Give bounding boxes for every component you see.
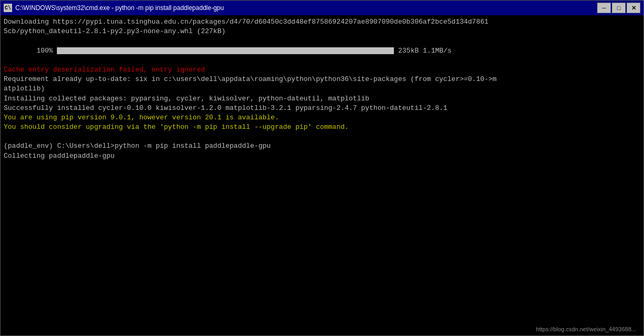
progress-bar-visual	[57, 47, 394, 54]
line-9: You are using pip version 9.0.1, however…	[4, 113, 640, 123]
line-2: 5cb/python_dateutil-2.8.1-py2.py3-none-a…	[4, 27, 640, 36]
title-bar: C\ C:\WINDOWS\system32\cmd.exe - python …	[1, 1, 643, 15]
close-button[interactable]: ✕	[627, 3, 640, 13]
progress-speed: 235kB 1.1MB/s	[394, 47, 451, 55]
line-7: Installing collected packages: pyparsing…	[4, 94, 640, 104]
line-8: Successfully installed cycler-0.10.0 kiw…	[4, 104, 640, 113]
progress-label: 100%	[28, 47, 57, 55]
maximize-button[interactable]: □	[612, 3, 626, 13]
terminal-output[interactable]: Downloading https://pypi.tuna.tsinghua.e…	[1, 15, 643, 335]
window-icon: C\	[4, 4, 12, 12]
title-bar-left: C\ C:\WINDOWS\system32\cmd.exe - python …	[4, 4, 224, 12]
window-controls: ─ □ ✕	[597, 3, 640, 13]
line-6: atplotlib)	[4, 84, 640, 94]
line-4: Cache entry deserialization failed, entr…	[4, 65, 640, 75]
line-1: Downloading https://pypi.tuna.tsinghua.e…	[4, 17, 640, 27]
window-title: C:\WINDOWS\system32\cmd.exe - python -m …	[15, 4, 224, 12]
line-5: Requirement already up-to-date: six in c…	[4, 75, 640, 84]
line-13: Collecting paddlepaddle-gpu	[4, 151, 640, 161]
line-3-progress: 100% 235kB 1.1MB/s	[4, 36, 640, 65]
cmd-window: C\ C:\WINDOWS\system32\cmd.exe - python …	[0, 0, 644, 336]
line-10: You should consider upgrading via the 'p…	[4, 123, 640, 132]
minimize-button[interactable]: ─	[597, 3, 611, 13]
watermark: https://blog.csdn.net/weixin_4493688...	[536, 326, 636, 332]
line-11-blank	[4, 132, 640, 141]
line-12-prompt: (paddle_env) C:\Users\dell>python -m pip…	[4, 141, 640, 151]
